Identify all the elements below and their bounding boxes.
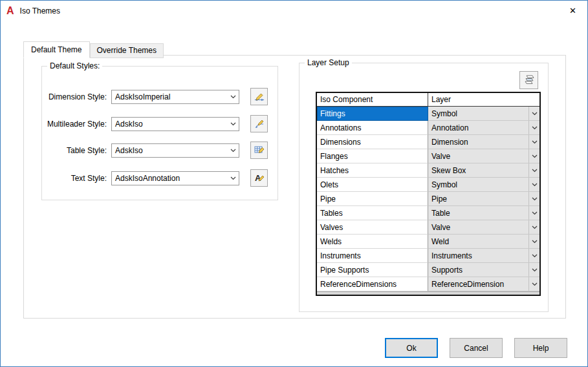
help-button[interactable]: Help xyxy=(514,338,567,358)
table-row: Flanges Valve xyxy=(317,149,539,163)
text-style-value: AdskIsoAnnotation xyxy=(112,174,228,183)
table-row: ReferenceDimensions ReferenceDimension xyxy=(317,277,539,291)
default-styles-group: Default Styles: Dimension Style: AdskIso… xyxy=(41,66,278,200)
component-cell[interactable]: Valves xyxy=(317,220,428,235)
chevron-down-icon[interactable] xyxy=(228,95,239,99)
layer-dropdown-cell[interactable]: Skew Box xyxy=(428,163,539,178)
layers-icon xyxy=(523,74,536,86)
layer-settings-button[interactable] xyxy=(519,71,538,89)
table-style-icon xyxy=(254,145,265,156)
component-cell[interactable]: Annotations xyxy=(317,121,428,135)
text-style-field: Text Style: AdskIsoAnnotation A xyxy=(46,169,268,187)
table-style-dropdown[interactable]: AdskIso xyxy=(111,143,239,158)
chevron-down-icon[interactable] xyxy=(528,107,539,120)
chevron-down-icon[interactable] xyxy=(528,206,539,220)
layer-dropdown-cell[interactable]: ReferenceDimension xyxy=(428,277,539,291)
layer-dropdown-cell[interactable]: Symbol xyxy=(428,178,539,192)
tab-default-theme[interactable]: Default Theme xyxy=(23,41,90,58)
table-row: Valves Valve xyxy=(317,220,539,235)
table-row: Fittings Symbol xyxy=(317,107,539,121)
edit-text-style-button[interactable]: A xyxy=(250,169,268,187)
layer-dropdown-cell[interactable]: Annotation xyxy=(428,121,539,135)
table-style-label: Table Style: xyxy=(46,146,107,155)
ok-button[interactable]: Ok xyxy=(385,338,438,358)
layer-dropdown-cell[interactable]: Valve xyxy=(428,149,539,163)
chevron-down-icon[interactable] xyxy=(528,163,539,177)
layer-table: Iso Component Layer Fittings Symbol Anno… xyxy=(316,92,541,296)
chevron-down-icon[interactable] xyxy=(528,149,539,163)
chevron-down-icon[interactable] xyxy=(528,220,539,234)
layer-dropdown-cell[interactable]: Valve xyxy=(428,220,539,235)
layer-setup-group: Layer Setup Iso Component Layer Fittings… xyxy=(299,63,549,312)
component-cell[interactable]: Hatches xyxy=(317,163,428,178)
dimension-style-label: Dimension Style: xyxy=(46,92,107,101)
table-style-field: Table Style: AdskIso xyxy=(46,142,268,159)
component-cell[interactable]: Olets xyxy=(317,178,428,192)
multileader-style-dropdown[interactable]: AdskIso xyxy=(111,117,239,131)
chevron-down-icon[interactable] xyxy=(528,263,539,277)
multileader-style-value: AdskIso xyxy=(112,120,228,129)
chevron-down-icon[interactable] xyxy=(228,149,239,152)
layer-dropdown-cell[interactable]: Pipe xyxy=(428,192,539,206)
layer-dropdown-cell[interactable]: Symbol xyxy=(428,107,539,121)
multileader-style-field: Multileader Style: AdskIso xyxy=(46,115,268,132)
component-cell[interactable]: Fittings xyxy=(317,107,428,121)
layer-dropdown-cell[interactable]: Dimension xyxy=(428,135,539,149)
chevron-down-icon[interactable] xyxy=(528,277,539,291)
tab-strip: Default Theme Override Themes xyxy=(23,41,164,58)
dimension-style-field: Dimension Style: AdskIsoImperial xyxy=(46,88,268,105)
title-bar: A Iso Themes ✕ xyxy=(1,1,587,21)
column-header-layer: Layer xyxy=(428,93,539,106)
component-cell[interactable]: Pipe xyxy=(317,192,428,206)
dimension-style-icon xyxy=(254,91,265,102)
chevron-down-icon[interactable] xyxy=(528,135,539,149)
layer-table-header: Iso Component Layer xyxy=(317,93,539,107)
table-row: Annotations Annotation xyxy=(317,121,539,135)
layer-dropdown-cell[interactable]: Weld xyxy=(428,235,539,249)
layer-dropdown-cell[interactable]: Table xyxy=(428,206,539,220)
component-cell[interactable]: Tables xyxy=(317,206,428,220)
component-cell[interactable]: Pipe Supports xyxy=(317,263,428,277)
edit-multileader-style-button[interactable] xyxy=(250,115,268,132)
table-filler xyxy=(317,291,539,295)
table-row: Pipe Pipe xyxy=(317,192,539,206)
column-header-iso-component: Iso Component xyxy=(317,93,428,106)
window-title: Iso Themes xyxy=(20,6,60,16)
text-style-label: Text Style: xyxy=(46,174,107,183)
autocad-logo-icon: A xyxy=(6,6,14,16)
table-row: Instruments Instruments xyxy=(317,249,539,263)
component-cell[interactable]: Dimensions xyxy=(317,135,428,149)
component-cell[interactable]: Instruments xyxy=(317,249,428,263)
layer-dropdown-cell[interactable]: Supports xyxy=(428,263,539,277)
chevron-down-icon[interactable] xyxy=(528,235,539,248)
chevron-down-icon[interactable] xyxy=(528,249,539,262)
cancel-button[interactable]: Cancel xyxy=(450,338,503,358)
multileader-style-label: Multileader Style: xyxy=(46,120,107,129)
chevron-down-icon[interactable] xyxy=(528,178,539,191)
table-row: Olets Symbol xyxy=(317,178,539,192)
close-button[interactable]: ✕ xyxy=(558,1,587,20)
chevron-down-icon[interactable] xyxy=(528,192,539,205)
edit-dimension-style-button[interactable] xyxy=(250,88,268,105)
table-row: Hatches Skew Box xyxy=(317,163,539,178)
text-style-icon: A xyxy=(254,173,265,184)
dimension-style-dropdown[interactable]: AdskIsoImperial xyxy=(111,90,239,104)
component-cell[interactable]: ReferenceDimensions xyxy=(317,277,428,291)
tab-override-themes[interactable]: Override Themes xyxy=(90,43,164,58)
multileader-style-icon xyxy=(254,118,265,129)
chevron-down-icon[interactable] xyxy=(528,121,539,134)
table-style-value: AdskIso xyxy=(112,146,228,155)
table-row: Welds Weld xyxy=(317,235,539,249)
table-row: Pipe Supports Supports xyxy=(317,263,539,277)
chevron-down-icon[interactable] xyxy=(228,176,239,180)
layer-setup-group-label: Layer Setup xyxy=(305,58,352,67)
layer-dropdown-cell[interactable]: Instruments xyxy=(428,249,539,263)
edit-table-style-button[interactable] xyxy=(250,142,268,159)
close-icon: ✕ xyxy=(569,6,576,16)
component-cell[interactable]: Flanges xyxy=(317,149,428,163)
component-cell[interactable]: Welds xyxy=(317,235,428,249)
chevron-down-icon[interactable] xyxy=(228,122,239,126)
text-style-dropdown[interactable]: AdskIsoAnnotation xyxy=(111,171,239,185)
default-styles-group-label: Default Styles: xyxy=(47,61,102,70)
iso-themes-dialog: A Iso Themes ✕ Default Theme Override Th… xyxy=(0,0,588,367)
